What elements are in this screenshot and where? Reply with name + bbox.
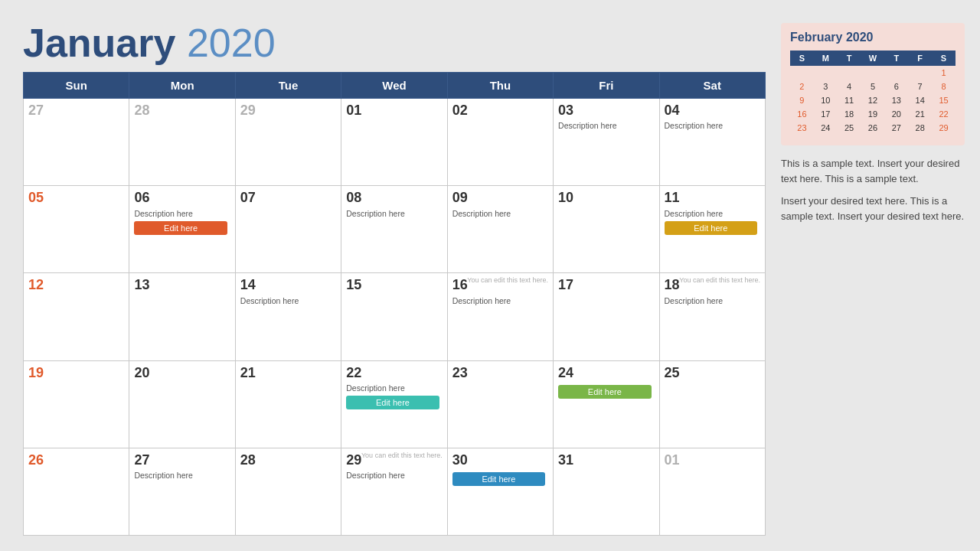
calendar-day: 13 [129,273,235,360]
calendar-day: 21 [235,360,341,448]
calendar-day: 29You can edit this text here.Descriptio… [341,448,447,535]
mini-day [838,66,861,80]
mini-day: 21 [908,107,932,121]
calendar-day: 03Description here [554,99,659,186]
mini-day: 10 [814,93,838,107]
day-number: 07 [240,189,336,207]
calendar-day: 20 [129,360,235,448]
calendar-day: 06Description hereEdit here [129,186,235,273]
sidebar-text: This is a sample text. Insert your desir… [781,156,965,223]
mini-day: 11 [838,93,861,107]
day-number: 05 [28,189,124,207]
mini-day [884,66,908,80]
mini-day: 7 [908,80,932,93]
day-number: 22 [346,364,442,382]
mini-day [861,66,885,80]
sidebar-text-2: Insert your desired text here. This is a… [781,194,965,223]
calendar-day: 12 [24,273,129,360]
day-number: 23 [452,364,548,382]
calendar-day: 16You can edit this text here.Descriptio… [447,273,553,360]
day-number: 20 [134,364,230,382]
calendar-day: 02 [447,99,553,186]
day-number: 03 [558,102,654,119]
mini-day: 15 [932,93,956,107]
calendar-day: 27 [24,99,129,186]
mini-day: 28 [908,121,932,135]
mini-day: 24 [814,121,838,135]
calendar-week-row: 121314Description here1516You can edit t… [24,273,766,360]
day-number: 29 [240,102,336,119]
calendar-table: SunMonTueWedThuFriSat 272829010203Descri… [23,72,766,536]
day-header-tue: Tue [235,73,341,99]
day-number: 02 [452,102,548,119]
calendar-day: 07 [235,186,341,273]
mini-day-header: M [814,51,838,66]
day-number: 10 [558,189,654,207]
day-description: Description here [665,121,760,130]
calendar-day: 27Description here [129,448,235,535]
day-description: Description here [346,471,442,480]
mini-day: 17 [814,107,838,121]
calendar-week-row: 19202122Description hereEdit here2324Edi… [24,360,766,448]
mini-day: 20 [884,107,908,121]
day-number: 21 [240,364,336,382]
day-header-fri: Fri [554,73,659,99]
mini-day: 13 [884,93,908,107]
calendar-day: 04Description here [659,99,765,186]
mini-calendar: SMTWTFS 12345678910111213141516171819202… [790,51,956,135]
mini-day: 27 [884,121,908,135]
day-hint: You can edit this text here. [361,452,443,460]
edit-button[interactable]: Edit here [558,385,651,399]
day-header-mon: Mon [129,73,235,99]
calendar-day: 25 [659,360,765,448]
calendar-day: 19 [24,360,129,448]
day-number: 01 [665,452,760,469]
calendar-day: 29 [235,99,341,186]
day-header-sun: Sun [24,73,129,99]
mini-cal-title: February 2020 [790,31,956,44]
edit-button[interactable]: Edit here [665,221,757,235]
mini-calendar-container: February 2020 SMTWTFS 123456789101112131… [781,23,965,145]
day-description: Description here [346,383,442,393]
calendar-day: 17 [554,273,659,360]
calendar-day: 05 [24,186,129,273]
day-number: 31 [558,452,654,469]
day-number: 28 [240,452,336,469]
day-description: Description here [134,471,230,480]
day-description: Description here [240,296,336,305]
edit-button[interactable]: Edit here [346,396,439,409]
mini-day: 9 [790,93,814,107]
edit-button[interactable]: Edit here [452,472,545,486]
day-description: Description here [665,209,760,218]
mini-day-header: S [932,51,956,66]
calendar-day: 11Description hereEdit here [659,186,765,273]
main-section: January 2020 SunMonTueWedThuFriSat 27282… [23,15,766,536]
calendar-day: 18You can edit this text here.Descriptio… [659,273,765,360]
mini-day: 6 [884,80,908,93]
day-description: Description here [452,209,548,218]
calendar-day: 15 [341,273,447,360]
sidebar-text-1: This is a sample text. Insert your desir… [781,156,965,186]
mini-day: 14 [908,93,932,107]
day-number: 26 [28,452,124,469]
mini-day: 8 [932,80,956,93]
day-description: Description here [558,121,654,130]
day-number: 14 [240,276,336,294]
calendar-day: 24Edit here [554,360,659,448]
calendar-day: 30Edit here [447,448,553,535]
day-number: 28 [134,102,230,119]
day-number: 12 [28,276,124,294]
day-header-thu: Thu [447,73,553,99]
mini-day: 25 [838,121,861,135]
mini-day: 3 [814,80,838,93]
mini-day: 22 [932,107,956,121]
calendar-day: 01 [341,99,447,186]
calendar-day: 08Description here [341,186,447,273]
day-number: 27 [28,102,124,119]
calendar-header-row: SunMonTueWedThuFriSat [24,73,766,99]
year-label: 2020 [187,21,276,65]
calendar-week-row: 2627Description here2829You can edit thi… [24,448,766,535]
mini-day-header: S [790,51,814,66]
edit-button[interactable]: Edit here [134,221,227,235]
calendar-day: 28 [235,448,341,535]
